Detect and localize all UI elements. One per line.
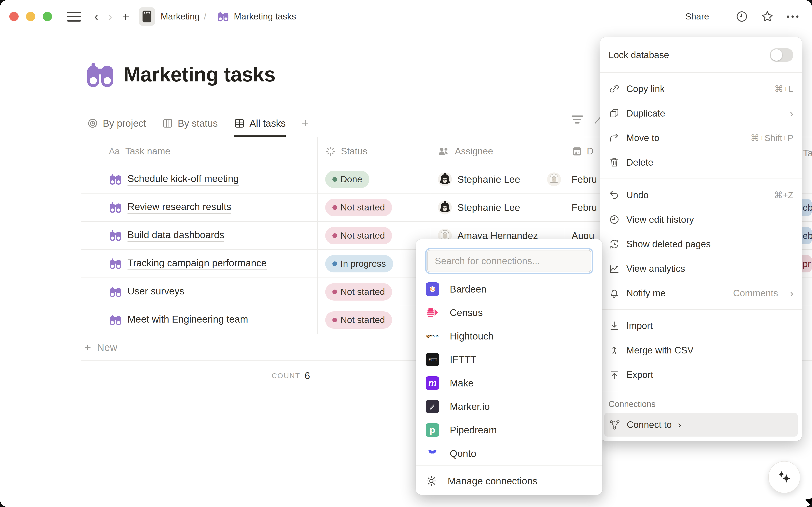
manage-connections-button[interactable]: Manage connections: [416, 465, 603, 495]
sidebar-toggle-icon[interactable]: [67, 12, 81, 21]
history-clock-icon[interactable]: [736, 10, 748, 22]
menu-item-import[interactable]: Import: [600, 314, 802, 338]
add-view-button[interactable]: +: [302, 110, 309, 136]
duplicate-icon: [609, 108, 620, 119]
connection-item-pipedream[interactable]: p Pipedream: [416, 418, 603, 442]
breadcrumb-current[interactable]: Marketing tasks: [234, 11, 296, 21]
edge-pill-fragment: eb: [802, 227, 812, 244]
breadcrumb-root[interactable]: Marketing: [161, 11, 200, 21]
census-logo-icon: [426, 306, 439, 319]
bardeen-logo-icon: [426, 282, 439, 296]
status-burst-icon: [325, 146, 336, 157]
more-options-icon[interactable]: [787, 15, 799, 18]
connection-item-bardeen[interactable]: Bardeen: [416, 277, 603, 301]
column-header-task-name[interactable]: Aa Task name: [81, 146, 317, 157]
menu-item-lock-database[interactable]: Lock database: [600, 42, 802, 68]
task-title-link[interactable]: Meet with Engineering team: [127, 314, 248, 326]
task-title-link[interactable]: Schedule kick-off meeting: [127, 173, 239, 186]
calendar-icon: [572, 146, 582, 157]
analytics-icon: [609, 263, 620, 274]
status-badge[interactable]: Not started: [325, 312, 392, 329]
edge-pill-fragment: pr: [802, 255, 812, 272]
sort-icon-partial[interactable]: [595, 117, 600, 124]
people-icon: [438, 147, 449, 156]
search-field-focus-ring: [425, 248, 593, 274]
menu-item-delete[interactable]: Delete: [600, 150, 802, 175]
sparkles-icon: [775, 468, 794, 487]
avatar: [438, 172, 452, 186]
page-icon-binoculars[interactable]: [85, 61, 115, 88]
status-badge[interactable]: Not started: [325, 199, 392, 216]
zoom-window-button[interactable]: [43, 12, 52, 21]
task-title-link[interactable]: Review research results: [127, 201, 231, 214]
task-title-link[interactable]: User surveys: [127, 285, 184, 298]
menu-item-export[interactable]: Export: [600, 362, 802, 387]
menu-section-connections: Connections: [600, 395, 802, 413]
edge-column-header-fragment: Ta: [803, 140, 812, 165]
task-binoculars-icon: [109, 314, 122, 326]
mouse-cursor: [805, 498, 812, 507]
clock-icon: [609, 214, 620, 225]
menu-item-undo[interactable]: Undo⌘+Z: [600, 183, 802, 207]
tab-all-tasks[interactable]: All tasks: [234, 110, 286, 136]
hightouch-logo-icon: hightouch: [426, 329, 439, 343]
column-header-status[interactable]: Status: [317, 146, 430, 157]
breadcrumb-separator: /: [204, 11, 206, 21]
binoculars-icon: [217, 11, 229, 22]
count-summary[interactable]: COUNT 6: [81, 361, 317, 390]
edge-pill-fragment: eb: [802, 199, 812, 216]
close-window-button[interactable]: [9, 12, 19, 21]
minimize-window-button[interactable]: [26, 12, 35, 21]
menu-item-view-analytics[interactable]: View analytics: [600, 257, 802, 281]
status-badge[interactable]: Not started: [325, 283, 392, 300]
undo-icon: [609, 190, 620, 200]
share-button[interactable]: Share: [685, 11, 709, 21]
menu-item-notify-me[interactable]: Notify me Comments›: [600, 281, 802, 305]
filter-icon[interactable]: [571, 115, 583, 123]
status-badge[interactable]: Not started: [325, 227, 392, 244]
menu-item-view-edit-history[interactable]: View edit history: [600, 207, 802, 232]
make-logo-icon: m: [426, 376, 439, 390]
connection-item-census[interactable]: Census: [416, 301, 603, 324]
menu-item-merge-with-csv[interactable]: Merge with CSV: [600, 338, 802, 362]
status-badge[interactable]: In progress: [325, 255, 393, 272]
connections-search-input[interactable]: [427, 250, 591, 272]
plus-icon: +: [84, 341, 91, 354]
task-title-link[interactable]: Tracking campaign performance: [127, 257, 267, 270]
task-title-link[interactable]: Build data dashboards: [127, 229, 224, 242]
connection-item-qonto[interactable]: Qonto: [416, 442, 603, 465]
forward-button[interactable]: ›: [108, 10, 112, 23]
task-binoculars-icon: [109, 173, 122, 185]
workspace-icon[interactable]: [139, 7, 155, 25]
menu-item-connect-to[interactable]: Connect to ›: [604, 413, 798, 437]
column-header-assignee[interactable]: Assignee: [430, 146, 564, 157]
connection-item-ifttt[interactable]: IFTTT IFTTT: [416, 348, 603, 371]
marker-io-logo-icon: [426, 400, 439, 413]
import-icon: [609, 321, 620, 331]
menu-item-duplicate[interactable]: Duplicate›: [600, 101, 802, 126]
menu-item-copy-link[interactable]: Copy link⌘+L: [600, 76, 802, 101]
restore-clock-icon: [609, 239, 620, 249]
connection-item-make[interactable]: m Make: [416, 371, 603, 395]
back-button[interactable]: ‹: [94, 10, 98, 23]
new-page-button[interactable]: +: [122, 9, 129, 24]
connections-list: Bardeen Census hightouch Hightouch IFTTT…: [416, 277, 603, 465]
notion-ai-button[interactable]: [768, 461, 800, 493]
database-options-menu: Lock database Copy link⌘+L Duplicate› Mo…: [600, 37, 802, 441]
trash-icon: [609, 157, 620, 168]
menu-item-show-deleted-pages[interactable]: Show deleted pages: [600, 232, 802, 257]
connection-item-marker-io[interactable]: Marker.io: [416, 395, 603, 418]
menu-item-move-to[interactable]: Move to⌘+Shift+P: [600, 126, 802, 150]
page-title[interactable]: Marketing tasks: [123, 63, 275, 86]
favorite-star-icon[interactable]: [761, 10, 774, 23]
status-badge[interactable]: Done: [325, 171, 369, 188]
tab-by-status[interactable]: By status: [162, 110, 218, 136]
link-icon: [609, 83, 620, 94]
connection-item-hightouch[interactable]: hightouch Hightouch: [416, 324, 603, 348]
target-icon: [87, 118, 98, 129]
move-to-icon: [609, 133, 620, 143]
tab-by-project[interactable]: By project: [87, 110, 146, 136]
qonto-logo-icon: [426, 447, 439, 460]
task-binoculars-icon: [109, 229, 122, 242]
lock-toggle[interactable]: [770, 48, 793, 62]
